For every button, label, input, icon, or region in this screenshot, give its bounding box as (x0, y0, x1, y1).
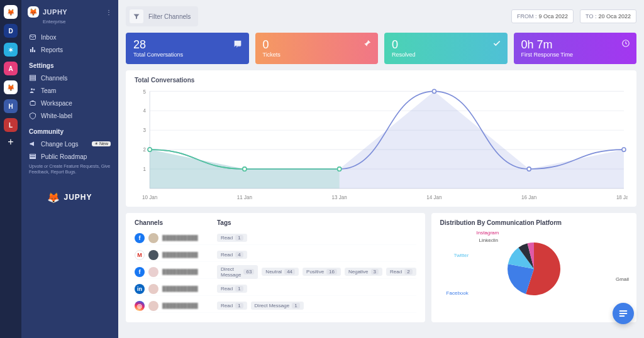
nav-workspace[interactable]: Workspace (28, 97, 112, 109)
tag-chip[interactable]: Positive 16 (303, 268, 341, 276)
svg-text:10 Jan: 10 Jan (142, 195, 158, 200)
nav-reports[interactable]: Reports (28, 43, 112, 56)
card-value: 0h 7m (521, 39, 630, 50)
workspace-item-logo[interactable]: 🦊 (4, 5, 18, 19)
card-first-response[interactable]: 0h 7m First Response Time (514, 33, 637, 64)
card-label: Total Conversations (133, 52, 242, 58)
workspace-item[interactable]: D (4, 24, 18, 38)
channel-row[interactable]: ◎ ██████████ (135, 299, 217, 313)
tag-label: Read (221, 252, 233, 258)
nav-label: Inbox (41, 34, 56, 41)
nav-changelogs[interactable]: Change Logs ☀ New (28, 138, 112, 150)
chart-panel: Total Conversations 1234510 Jan11 Jan13 … (126, 70, 636, 207)
footer-brand: 🦊 JUPHY (28, 192, 112, 204)
date-to[interactable]: TO : 20 Oca 2022 (580, 9, 636, 23)
workspace-switcher: 🦊 D ✶ A 🦊 H L + (0, 0, 21, 338)
svg-text:13 Jan: 13 Jan (332, 195, 348, 200)
svg-point-35 (432, 89, 436, 93)
channel-row[interactable]: M ██████████ (135, 248, 217, 262)
topbar: Filter Channels FROM : 9 Oca 2022 TO : 2… (126, 6, 636, 26)
channels-panel: Channels f ██████████ M ██████████ f ███… (126, 213, 425, 322)
svg-text:11 Jan: 11 Jan (237, 195, 253, 200)
channel-row[interactable]: f ██████████ (135, 265, 217, 279)
card-value: 0 (392, 39, 500, 50)
channel-row[interactable]: in ██████████ (135, 282, 217, 296)
card-tickets[interactable]: 0 Tickets (255, 33, 379, 64)
roadmap-icon (29, 153, 36, 160)
nav-label: Reports (41, 46, 63, 53)
tag-chip[interactable]: Read 1 (217, 234, 247, 242)
workspace-item[interactable]: L (4, 118, 18, 132)
nav-label: Team (41, 87, 56, 94)
tag-chip[interactable]: Neutral 44 (262, 268, 299, 276)
card-resolved[interactable]: 0 Resolved (384, 33, 508, 64)
stat-cards: 28 Total Conversations 0 Tickets 0 Resol… (126, 33, 636, 64)
tag-chip[interactable]: Read 1 (217, 302, 247, 310)
facebook-icon: f (135, 267, 145, 277)
workspace-item[interactable]: A (4, 62, 18, 75)
svg-rect-12 (30, 158, 36, 159)
card-value: 0 (263, 39, 371, 50)
card-total-conversations[interactable]: 28 Total Conversations (126, 33, 249, 64)
chart-title: Total Conversations (135, 77, 628, 84)
tags-header: Tags (217, 219, 416, 226)
nav-roadmap[interactable]: Public Roadmap (28, 150, 112, 163)
workspace-item[interactable]: 🦊 (4, 80, 18, 94)
instagram-icon: ◎ (135, 301, 145, 311)
channel-name: ██████████ (162, 269, 198, 275)
pie-chart: Gmail Facebook Twitter LinkedIn Instagra… (440, 231, 628, 307)
filter-icon[interactable] (130, 9, 143, 23)
add-workspace-button[interactable]: + (8, 137, 13, 147)
svg-rect-11 (30, 156, 36, 158)
tag-chip[interactable]: Read 1 (217, 285, 247, 293)
inbox-icon (29, 33, 36, 41)
nav-inbox[interactable]: Inbox (28, 31, 112, 43)
facebook-icon: f (135, 233, 145, 243)
date-from[interactable]: FROM : 9 Oca 2022 (511, 9, 574, 23)
workspace-item[interactable]: ✶ (4, 43, 18, 57)
workspace-item[interactable]: H (4, 99, 18, 113)
nav-whitelabel[interactable]: White-label (28, 109, 112, 122)
svg-rect-6 (30, 79, 36, 80)
to-label: TO : (586, 13, 596, 19)
filter-label: Filter Channels (148, 13, 191, 20)
help-float-button[interactable] (613, 303, 634, 324)
card-value: 28 (133, 39, 242, 50)
section-settings: Settings (29, 62, 112, 69)
tag-chip[interactable]: Read 2 (386, 268, 416, 276)
nav-team[interactable]: Team (28, 84, 112, 97)
tag-count: 1 (235, 235, 243, 241)
nav-channels[interactable]: Channels (28, 72, 112, 84)
tag-count: 3 (371, 269, 379, 275)
channel-row[interactable]: f ██████████ (135, 231, 217, 245)
tag-count: 1 (292, 303, 299, 308)
linkedin-icon: in (135, 284, 145, 294)
svg-text:16 Jan: 16 Jan (521, 195, 537, 200)
nav-label: Change Logs (41, 141, 79, 148)
avatar (148, 284, 158, 294)
sidebar-more-icon[interactable]: ⋮ (106, 9, 112, 16)
pie-label-instagram: Instagram (477, 230, 499, 236)
section-community: Community (29, 128, 112, 135)
nav-label: Workspace (41, 100, 72, 107)
svg-point-8 (33, 89, 35, 90)
brand-name: JUPHY (43, 8, 67, 16)
clock-icon (621, 39, 630, 48)
channel-name: ██████████ (162, 286, 198, 292)
tag-count: 4 (235, 252, 243, 258)
gmail-icon: M (135, 250, 145, 260)
tag-count: 16 (326, 269, 337, 275)
roadmap-description: Upvote or Create Feature Requests, Give … (29, 164, 112, 175)
tag-chip[interactable]: Direct Message 63 (217, 265, 258, 279)
card-label: Tickets (263, 52, 371, 58)
tag-chip[interactable]: Direct Message 1 (251, 302, 304, 310)
pie-svg (499, 234, 569, 303)
tag-count: 63 (243, 269, 254, 275)
card-label: Resolved (392, 52, 500, 58)
nav-label: Channels (41, 75, 67, 82)
tag-chip[interactable]: Negative 3 (345, 268, 382, 276)
tag-label: Neutral (265, 269, 282, 275)
filter-channels[interactable]: Filter Channels (126, 6, 198, 26)
channels-icon (29, 74, 36, 82)
tag-chip[interactable]: Read 4 (217, 251, 247, 259)
